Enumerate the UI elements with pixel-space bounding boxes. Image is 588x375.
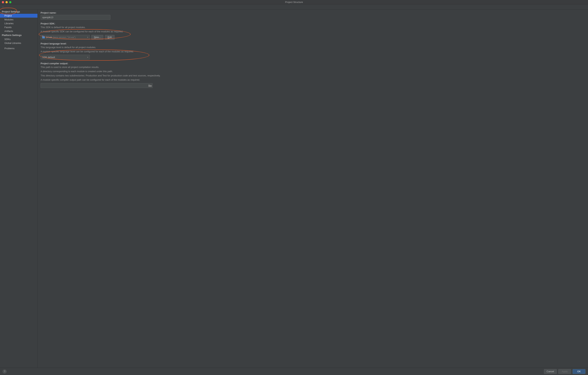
window-title: Project Structure [0,1,588,3]
sidebar-item-label: Global Libraries [4,42,21,44]
compiler-output-block: Project compiler output: This path is us… [41,62,584,88]
sdk-folder-icon [42,36,45,38]
project-sdk-desc2: A module specific SDK can be configured … [41,30,584,33]
sidebar-item-label: Artifacts [4,30,13,32]
new-sdk-button[interactable]: New... [91,35,103,40]
language-level-combobox[interactable]: SDK default ▾ [41,55,90,60]
ok-button[interactable]: OK [573,369,585,374]
sidebar-item-label: Project [4,14,12,17]
project-sdk-desc1: This SDK is default for all project modu… [41,26,584,29]
sidebar-heading-platform-settings: Platform Settings [0,33,37,37]
forward-icon[interactable]: → [7,6,9,9]
content-pane: Project name: openjdk13 Project SDK: Thi… [38,10,588,368]
compiler-output-desc2: A directory corresponding to each module… [41,70,584,73]
project-name-block: Project name: openjdk13 [41,11,584,20]
project-name-value: openjdk13 [42,16,53,19]
minimize-window-button[interactable] [6,1,8,3]
compiler-output-path-field[interactable] [41,83,153,88]
compiler-output-desc1: This path is used to store all project c… [41,66,584,69]
footer: ? Cancel Apply OK [0,368,588,375]
cancel-button[interactable]: Cancel [544,369,557,374]
sidebar-item-project[interactable]: Project [0,14,37,18]
language-level-block: Project language level: This language le… [41,42,584,60]
compiler-output-desc4: A module specific compiler output path c… [41,78,584,82]
sidebar-item-label: Libraries [4,22,14,25]
language-level-value: SDK default [42,56,55,59]
close-window-button[interactable] [2,1,4,3]
help-button[interactable]: ? [3,369,7,374]
project-name-input[interactable]: openjdk13 [41,15,110,20]
language-level-desc1: This language level is default for all p… [41,46,584,49]
project-sdk-combobox[interactable]: 14-ea (java version "14-ea") ▾ [41,35,90,40]
sidebar-item-sdks[interactable]: SDKs [0,37,37,41]
chevron-down-icon: ▾ [87,36,88,38]
zoom-window-button[interactable] [9,1,11,3]
sidebar-item-problems[interactable]: Problems [0,46,37,50]
project-sdk-label: Project SDK: [41,22,584,25]
toolbar: ← → [0,4,588,10]
chevron-down-icon: ▾ [87,56,88,58]
sidebar-item-facets[interactable]: Facets [0,25,37,29]
apply-button[interactable]: Apply [558,369,571,374]
sidebar-item-label: Facets [4,26,11,29]
project-sdk-value: 14-ea [46,36,52,39]
project-sdk-block: Project SDK: This SDK is default for all… [41,22,584,40]
sidebar-item-modules[interactable]: Modules [0,18,37,21]
edit-sdk-button[interactable]: Edit [105,35,115,40]
sidebar-item-label: Modules [4,18,13,21]
window-controls [0,1,11,3]
project-sdk-suffix: (java version "14-ea") [53,36,75,39]
browse-folder-icon[interactable] [148,84,152,87]
project-name-label: Project name: [41,11,584,14]
sidebar-item-global-libraries[interactable]: Global Libraries [0,41,37,45]
compiler-output-label: Project compiler output: [41,62,584,65]
back-icon[interactable]: ← [2,6,4,9]
language-level-desc2: A module specific language level can be … [41,50,584,53]
sidebar-item-label: SDKs [4,38,10,41]
sidebar-item-libraries[interactable]: Libraries [0,21,37,25]
titlebar: Project Structure [0,0,588,4]
sidebar-item-artifacts[interactable]: Artifacts [0,29,37,33]
compiler-output-desc3: This directory contains two subdirectori… [41,74,584,77]
compiler-output-input[interactable] [41,83,148,88]
sidebar-item-label: Problems [4,47,14,50]
language-level-label: Project language level: [41,42,584,45]
sidebar: Project Settings Project Modules Librari… [0,10,38,368]
sidebar-heading-project-settings: Project Settings [0,10,37,14]
